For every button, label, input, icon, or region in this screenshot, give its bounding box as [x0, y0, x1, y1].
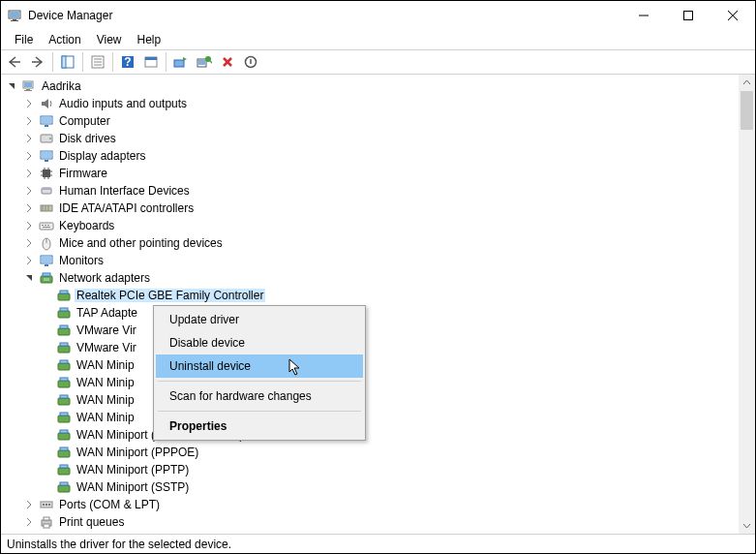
tree-category[interactable]: Mice and other pointing devices	[5, 234, 755, 252]
tree-device[interactable]: WAN Miniport (PPTP)	[5, 461, 755, 478]
expand-icon[interactable]	[22, 498, 36, 511]
uninstall-button[interactable]	[216, 51, 239, 73]
update-driver-button[interactable]	[169, 51, 193, 73]
expand-icon[interactable]	[5, 79, 18, 93]
expand-icon[interactable]	[22, 97, 36, 110]
tree-device[interactable]: WAN Minip	[5, 374, 755, 391]
tree-label: Display adapters	[57, 149, 147, 163]
expand-icon[interactable]	[22, 201, 36, 215]
context-menu-item[interactable]: Uninstall device	[156, 354, 363, 378]
tree-category[interactable]: Network adapters	[5, 269, 755, 287]
minimize-button[interactable]	[621, 1, 666, 30]
tree-category[interactable]: Display adapters	[5, 147, 755, 165]
expand-icon[interactable]	[22, 254, 36, 267]
scroll-up-button[interactable]	[739, 75, 755, 91]
svg-rect-67	[60, 291, 68, 293]
net-icon	[39, 270, 54, 286]
tree-category[interactable]: IDE ATA/ATAPI controllers	[5, 200, 755, 217]
expand-icon[interactable]	[22, 149, 36, 163]
svg-rect-88	[58, 485, 70, 492]
svg-rect-77	[60, 378, 68, 381]
expand-icon[interactable]	[22, 219, 36, 232]
network-adapter-icon	[56, 288, 72, 303]
expand-icon[interactable]	[22, 132, 36, 145]
svg-rect-20	[198, 60, 205, 65]
disable-button[interactable]	[239, 51, 262, 73]
scroll-down-button[interactable]	[739, 517, 755, 534]
properties-button[interactable]	[86, 51, 109, 73]
network-adapter-icon	[56, 392, 72, 408]
tree-category[interactable]: Disk drives	[5, 130, 755, 147]
monitor-icon	[39, 113, 54, 129]
tree-category[interactable]: Monitors	[5, 252, 755, 269]
window-title: Device Manager	[28, 9, 621, 22]
context-menu-item[interactable]: Update driver	[156, 308, 363, 331]
tree-category[interactable]: Keyboards	[5, 217, 755, 234]
svg-rect-70	[58, 328, 70, 335]
tree-device[interactable]: VMware Vir	[5, 322, 755, 339]
tree-label: WAN Minip	[75, 411, 136, 424]
tree-device[interactable]: WAN Miniport (PPPOE)	[5, 444, 755, 461]
svg-rect-9	[62, 56, 66, 68]
mouse-icon	[39, 235, 54, 251]
maximize-button[interactable]	[666, 1, 711, 30]
tree-category[interactable]: Audio inputs and outputs	[5, 95, 755, 112]
tree-category[interactable]: Firmware	[5, 165, 755, 182]
menu-help[interactable]: Help	[130, 31, 169, 48]
menu-file[interactable]: File	[7, 31, 41, 48]
close-button[interactable]	[711, 1, 755, 30]
tree-device[interactable]: WAN Minip	[5, 356, 755, 374]
help-button[interactable]: ?	[116, 51, 139, 73]
expand-icon[interactable]	[22, 167, 36, 180]
scrollbar-vertical[interactable]	[739, 75, 755, 534]
expand-icon[interactable]	[22, 515, 36, 529]
collapse-icon[interactable]	[22, 271, 36, 285]
tree-device[interactable]: TAP Adapte	[5, 304, 755, 322]
menu-action[interactable]: Action	[41, 31, 88, 48]
scroll-thumb[interactable]	[741, 91, 753, 130]
tree-device[interactable]: WAN Miniport (Network Monitor)	[5, 426, 755, 444]
chip-icon	[39, 166, 54, 181]
svg-rect-17	[145, 57, 157, 60]
tree-category[interactable]: Human Interface Devices	[5, 182, 755, 200]
tree-device[interactable]: WAN Miniport (SSTP)	[5, 478, 755, 496]
context-menu-item[interactable]: Disable device	[156, 331, 363, 354]
svg-rect-72	[58, 346, 70, 353]
context-menu-item[interactable]: Properties	[156, 415, 363, 438]
svg-point-32	[49, 138, 51, 139]
tree-device[interactable]: VMware Vir	[5, 339, 755, 356]
tree-category[interactable]: Computer	[5, 112, 755, 130]
svg-rect-60	[45, 264, 48, 266]
tree-category[interactable]: Print queues	[5, 513, 755, 531]
tree-device[interactable]: WAN Minip	[5, 409, 755, 426]
ide-icon	[39, 200, 54, 216]
tree-device[interactable]: WAN Minip	[5, 391, 755, 409]
tree-label: Realtek PCIe GBE Family Controller	[75, 289, 265, 302]
tree-root[interactable]: Aadrika	[5, 77, 755, 95]
svg-rect-62	[43, 273, 50, 276]
forward-button[interactable]	[26, 51, 49, 73]
tree-device[interactable]: Realtek PCIe GBE Family Controller	[5, 287, 755, 304]
expand-icon[interactable]	[22, 114, 36, 128]
keyboard-icon	[39, 218, 54, 233]
svg-rect-5	[684, 12, 693, 20]
svg-rect-80	[58, 416, 70, 422]
tree-category[interactable]: Ports (COM & LPT)	[5, 496, 755, 513]
menu-separator	[158, 381, 361, 382]
tree-label: Keyboards	[57, 219, 116, 232]
network-adapter-icon	[56, 323, 72, 338]
back-button[interactable]	[3, 51, 26, 73]
svg-rect-84	[58, 450, 70, 457]
tree-label: WAN Minip	[75, 393, 136, 407]
expand-icon[interactable]	[22, 236, 36, 250]
action-button[interactable]	[139, 51, 163, 73]
scan-hardware-button[interactable]	[193, 51, 216, 73]
svg-rect-78	[58, 398, 70, 405]
network-adapter-icon	[56, 462, 72, 477]
svg-rect-85	[60, 447, 68, 450]
menu-view[interactable]: View	[89, 31, 130, 48]
expand-icon[interactable]	[22, 184, 36, 198]
tree-label: Ports (COM & LPT)	[57, 498, 162, 511]
show-hide-tree-button[interactable]	[56, 51, 79, 73]
context-menu-item[interactable]: Scan for hardware changes	[156, 385, 363, 408]
